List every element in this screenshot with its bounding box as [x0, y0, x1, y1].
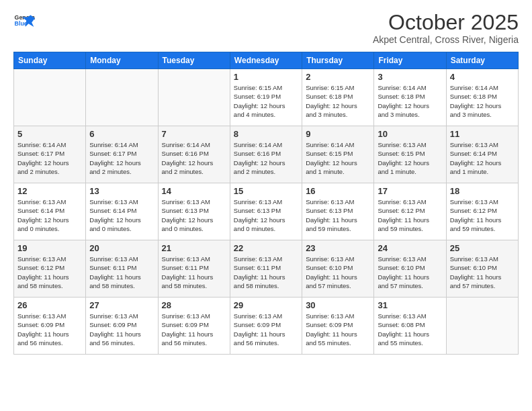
day-info: Sunrise: 6:13 AM Sunset: 6:11 PM Dayligh…	[162, 255, 226, 290]
calendar-cell: 18Sunrise: 6:13 AM Sunset: 6:12 PM Dayli…	[446, 183, 518, 240]
day-number: 15	[234, 186, 298, 196]
day-number: 6	[89, 129, 154, 139]
calendar-week-row: 5Sunrise: 6:14 AM Sunset: 6:17 PM Daylig…	[14, 126, 519, 183]
day-info: Sunrise: 6:15 AM Sunset: 6:18 PM Dayligh…	[306, 83, 370, 119]
day-number: 29	[234, 300, 298, 310]
calendar-cell: 2Sunrise: 6:15 AM Sunset: 6:18 PM Daylig…	[302, 69, 374, 126]
day-number: 22	[234, 243, 298, 253]
day-info: Sunrise: 6:13 AM Sunset: 6:09 PM Dayligh…	[306, 312, 370, 347]
day-number: 19	[17, 243, 82, 253]
weekday-header-monday: Monday	[86, 52, 158, 69]
calendar-cell: 24Sunrise: 6:13 AM Sunset: 6:10 PM Dayli…	[374, 240, 446, 298]
calendar-cell: 23Sunrise: 6:13 AM Sunset: 6:10 PM Dayli…	[302, 240, 374, 298]
calendar-cell	[86, 69, 158, 126]
day-number: 4	[450, 72, 515, 82]
title-section: October 2025 Akpet Central, Cross River,…	[373, 11, 519, 45]
calendar-cell: 5Sunrise: 6:14 AM Sunset: 6:17 PM Daylig…	[14, 126, 86, 183]
calendar-cell: 1Sunrise: 6:15 AM Sunset: 6:19 PM Daylig…	[230, 69, 302, 126]
calendar-cell: 10Sunrise: 6:13 AM Sunset: 6:15 PM Dayli…	[374, 126, 446, 183]
day-number: 14	[162, 186, 226, 196]
calendar-cell: 25Sunrise: 6:13 AM Sunset: 6:10 PM Dayli…	[446, 240, 518, 298]
calendar-cell: 20Sunrise: 6:13 AM Sunset: 6:11 PM Dayli…	[86, 240, 158, 298]
logo-icon: General Blue	[13, 11, 35, 32]
weekday-header-saturday: Saturday	[446, 52, 518, 69]
weekday-header-wednesday: Wednesday	[230, 52, 302, 69]
day-number: 3	[378, 72, 442, 82]
day-info: Sunrise: 6:13 AM Sunset: 6:10 PM Dayligh…	[306, 255, 370, 290]
day-number: 18	[450, 186, 515, 196]
day-info: Sunrise: 6:14 AM Sunset: 6:16 PM Dayligh…	[234, 140, 298, 176]
calendar-cell: 17Sunrise: 6:13 AM Sunset: 6:12 PM Dayli…	[374, 183, 446, 240]
day-number: 16	[306, 186, 370, 196]
weekday-header-thursday: Thursday	[302, 52, 374, 69]
calendar-week-row: 12Sunrise: 6:13 AM Sunset: 6:14 PM Dayli…	[14, 183, 519, 240]
calendar-cell: 31Sunrise: 6:13 AM Sunset: 6:08 PM Dayli…	[374, 298, 446, 355]
calendar-week-row: 19Sunrise: 6:13 AM Sunset: 6:12 PM Dayli…	[14, 240, 519, 298]
page-header: General Blue October 2025 Akpet Central,…	[13, 11, 519, 45]
day-info: Sunrise: 6:13 AM Sunset: 6:09 PM Dayligh…	[162, 312, 226, 347]
weekday-header-tuesday: Tuesday	[158, 52, 230, 69]
calendar-cell: 27Sunrise: 6:13 AM Sunset: 6:09 PM Dayli…	[86, 298, 158, 355]
calendar-cell: 15Sunrise: 6:13 AM Sunset: 6:13 PM Dayli…	[230, 183, 302, 240]
day-info: Sunrise: 6:14 AM Sunset: 6:15 PM Dayligh…	[306, 140, 370, 176]
day-number: 31	[378, 300, 442, 310]
day-info: Sunrise: 6:15 AM Sunset: 6:19 PM Dayligh…	[234, 83, 298, 119]
day-info: Sunrise: 6:13 AM Sunset: 6:09 PM Dayligh…	[17, 312, 82, 347]
calendar-cell: 30Sunrise: 6:13 AM Sunset: 6:09 PM Dayli…	[302, 298, 374, 355]
day-info: Sunrise: 6:14 AM Sunset: 6:18 PM Dayligh…	[378, 83, 442, 119]
day-number: 10	[378, 129, 442, 139]
calendar-cell: 4Sunrise: 6:14 AM Sunset: 6:18 PM Daylig…	[446, 69, 518, 126]
day-info: Sunrise: 6:13 AM Sunset: 6:14 PM Dayligh…	[17, 197, 82, 233]
day-number: 1	[234, 72, 298, 82]
day-info: Sunrise: 6:14 AM Sunset: 6:16 PM Dayligh…	[162, 140, 226, 176]
day-number: 13	[89, 186, 154, 196]
day-number: 21	[162, 243, 226, 253]
day-number: 12	[17, 186, 82, 196]
day-number: 7	[162, 129, 226, 139]
calendar-cell	[158, 69, 230, 126]
day-number: 20	[89, 243, 154, 253]
calendar-cell: 8Sunrise: 6:14 AM Sunset: 6:16 PM Daylig…	[230, 126, 302, 183]
day-info: Sunrise: 6:13 AM Sunset: 6:14 PM Dayligh…	[89, 197, 154, 233]
calendar-cell: 6Sunrise: 6:14 AM Sunset: 6:17 PM Daylig…	[86, 126, 158, 183]
day-info: Sunrise: 6:13 AM Sunset: 6:09 PM Dayligh…	[234, 312, 298, 347]
day-info: Sunrise: 6:13 AM Sunset: 6:12 PM Dayligh…	[450, 197, 515, 233]
day-info: Sunrise: 6:13 AM Sunset: 6:12 PM Dayligh…	[17, 255, 82, 290]
calendar-cell: 9Sunrise: 6:14 AM Sunset: 6:15 PM Daylig…	[302, 126, 374, 183]
day-info: Sunrise: 6:13 AM Sunset: 6:13 PM Dayligh…	[234, 197, 298, 233]
day-info: Sunrise: 6:13 AM Sunset: 6:09 PM Dayligh…	[89, 312, 154, 347]
calendar-cell	[14, 69, 86, 126]
calendar-week-row: 26Sunrise: 6:13 AM Sunset: 6:09 PM Dayli…	[14, 298, 519, 355]
calendar-cell: 26Sunrise: 6:13 AM Sunset: 6:09 PM Dayli…	[14, 298, 86, 355]
day-info: Sunrise: 6:14 AM Sunset: 6:18 PM Dayligh…	[450, 83, 515, 119]
calendar-table: SundayMondayTuesdayWednesdayThursdayFrid…	[13, 52, 519, 355]
month-title: October 2025	[373, 11, 519, 34]
calendar-cell: 11Sunrise: 6:13 AM Sunset: 6:14 PM Dayli…	[446, 126, 518, 183]
weekday-header-sunday: Sunday	[14, 52, 86, 69]
day-info: Sunrise: 6:13 AM Sunset: 6:12 PM Dayligh…	[378, 197, 442, 233]
calendar-cell: 28Sunrise: 6:13 AM Sunset: 6:09 PM Dayli…	[158, 298, 230, 355]
day-number: 25	[450, 243, 515, 253]
calendar-cell: 3Sunrise: 6:14 AM Sunset: 6:18 PM Daylig…	[374, 69, 446, 126]
day-info: Sunrise: 6:13 AM Sunset: 6:10 PM Dayligh…	[450, 255, 515, 290]
day-info: Sunrise: 6:13 AM Sunset: 6:15 PM Dayligh…	[378, 140, 442, 176]
day-number: 17	[378, 186, 442, 196]
calendar-cell: 12Sunrise: 6:13 AM Sunset: 6:14 PM Dayli…	[14, 183, 86, 240]
weekday-header-row: SundayMondayTuesdayWednesdayThursdayFrid…	[14, 52, 519, 69]
day-info: Sunrise: 6:13 AM Sunset: 6:11 PM Dayligh…	[89, 255, 154, 290]
day-number: 30	[306, 300, 370, 310]
day-number: 9	[306, 129, 370, 139]
calendar-cell: 13Sunrise: 6:13 AM Sunset: 6:14 PM Dayli…	[86, 183, 158, 240]
day-number: 11	[450, 129, 515, 139]
calendar-cell	[446, 298, 518, 355]
day-info: Sunrise: 6:13 AM Sunset: 6:13 PM Dayligh…	[162, 197, 226, 233]
calendar-week-row: 1Sunrise: 6:15 AM Sunset: 6:19 PM Daylig…	[14, 69, 519, 126]
day-number: 24	[378, 243, 442, 253]
calendar-cell: 21Sunrise: 6:13 AM Sunset: 6:11 PM Dayli…	[158, 240, 230, 298]
day-info: Sunrise: 6:14 AM Sunset: 6:17 PM Dayligh…	[17, 140, 82, 176]
logo: General Blue	[13, 11, 35, 32]
weekday-header-friday: Friday	[374, 52, 446, 69]
calendar-cell: 19Sunrise: 6:13 AM Sunset: 6:12 PM Dayli…	[14, 240, 86, 298]
day-number: 23	[306, 243, 370, 253]
day-info: Sunrise: 6:13 AM Sunset: 6:11 PM Dayligh…	[234, 255, 298, 290]
